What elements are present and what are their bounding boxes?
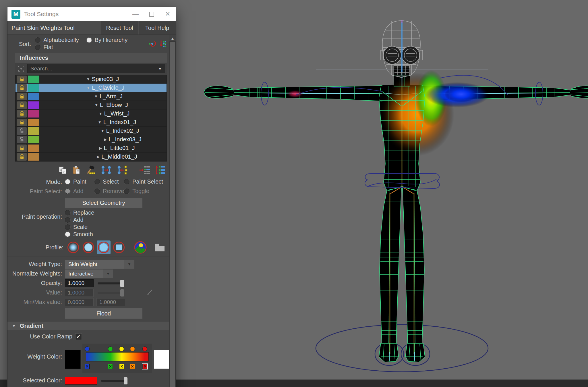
- radio-paint-select[interactable]: Paint Select: [124, 178, 163, 185]
- radio-button-icon[interactable]: [35, 45, 40, 50]
- influence-row-L_Clavicle_J[interactable]: ▼L_Clavicle_J: [16, 84, 167, 92]
- radio-select[interactable]: Select: [94, 178, 124, 185]
- ramp-stop-handle[interactable]: [119, 346, 124, 351]
- weight-type-dropdown[interactable]: Skin Weight: [65, 260, 124, 269]
- lock-closed-icon[interactable]: [17, 93, 27, 100]
- section-expand-icon[interactable]: ▼: [12, 324, 16, 328]
- search-input[interactable]: [30, 66, 158, 72]
- normalize-weights-dropdown-arrow-icon[interactable]: ▼: [103, 269, 113, 278]
- lock-closed-icon[interactable]: [17, 84, 27, 92]
- expand-arrow-icon[interactable]: ▼: [94, 103, 98, 107]
- influence-row-L_Arm_J[interactable]: ▼L_Arm_J: [16, 92, 167, 101]
- influence-row-L_Index01_J[interactable]: ▼L_Index01_J: [16, 118, 167, 126]
- radio-add[interactable]: Add: [65, 217, 126, 223]
- lock-closed-icon[interactable]: [17, 145, 27, 152]
- opacity-slider[interactable]: [98, 280, 124, 287]
- medium-brush-button[interactable]: [82, 240, 95, 254]
- expand-arrow-icon[interactable]: ▼: [86, 86, 90, 90]
- image-brush-button[interactable]: [134, 240, 147, 254]
- radio-replace[interactable]: Replace: [65, 209, 126, 216]
- vertical-scrollbar-thumb[interactable]: [170, 42, 175, 387]
- ramp-stop-delete-icon[interactable]: ✕: [108, 364, 113, 369]
- tool-help-button[interactable]: Tool Help: [138, 21, 176, 34]
- vertical-scrollbar[interactable]: ▲ ▼: [169, 35, 176, 387]
- selected-color-swatch[interactable]: [65, 377, 97, 385]
- minimize-button[interactable]: —: [127, 7, 144, 21]
- move-influence-weights-icon[interactable]: [117, 165, 129, 175]
- copy-influence-weights-icon[interactable]: [100, 165, 112, 175]
- ramp-stop-delete-icon[interactable]: ✕: [119, 364, 124, 369]
- radio-button-icon[interactable]: [65, 232, 70, 237]
- influence-row-L_Wrist_J[interactable]: ▼L_Wrist_J: [16, 109, 167, 118]
- influence-row-L_Little01_J[interactable]: ▶L_Little01_J: [16, 144, 167, 152]
- chevron-down-icon[interactable]: ▼: [158, 66, 162, 71]
- copy-weights-icon[interactable]: [58, 165, 67, 175]
- lock-closed-icon[interactable]: [17, 101, 27, 109]
- prune-weights-icon[interactable]: [86, 165, 96, 175]
- lock-closed-icon[interactable]: [17, 119, 27, 126]
- ramp-stop-handle[interactable]: [85, 346, 90, 351]
- hard-brush-button[interactable]: [97, 240, 111, 254]
- lock-open-icon[interactable]: [17, 127, 27, 135]
- influence-color-swatch[interactable]: [28, 110, 39, 118]
- influence-color-swatch[interactable]: [28, 84, 39, 92]
- radio-alphabetically[interactable]: Alphabetically: [35, 37, 79, 43]
- collapse-arrow-icon[interactable]: ▶: [104, 137, 107, 142]
- influence-color-swatch[interactable]: [28, 93, 39, 100]
- browse-folder-icon[interactable]: [153, 242, 166, 253]
- influence-row-L_Index03_J[interactable]: ▶L_Index03_J: [16, 135, 167, 144]
- influence-row-Spine03_J[interactable]: ▼Spine03_J: [16, 75, 167, 83]
- select-geometry-button[interactable]: Select Geometry: [65, 198, 142, 208]
- radio-button-icon[interactable]: [65, 179, 70, 184]
- scroll-up-icon[interactable]: ▲: [169, 35, 176, 41]
- expand-arrow-icon[interactable]: ▼: [94, 94, 98, 99]
- influence-color-swatch[interactable]: [28, 153, 39, 161]
- window-titlebar[interactable]: M Tool Settings — ✕: [7, 7, 176, 21]
- expand-arrow-icon[interactable]: ▼: [99, 111, 102, 116]
- radio-button-icon[interactable]: [94, 179, 100, 184]
- close-button[interactable]: ✕: [160, 7, 176, 21]
- radio-button-icon[interactable]: [86, 37, 92, 43]
- reset-tool-button[interactable]: Reset Tool: [100, 21, 138, 34]
- expand-arrow-icon[interactable]: ▼: [98, 120, 102, 124]
- soft-brush-button[interactable]: [66, 240, 80, 254]
- influence-color-swatch[interactable]: [28, 76, 39, 83]
- weight-type-dropdown-arrow-icon[interactable]: ▼: [124, 260, 134, 269]
- selected-color-slider[interactable]: [101, 377, 127, 384]
- show-selected-influence-icon[interactable]: [139, 165, 150, 175]
- influence-grid-icon[interactable]: [159, 40, 167, 48]
- influence-color-swatch[interactable]: [28, 127, 39, 135]
- radio-button-icon[interactable]: [65, 210, 70, 215]
- collapse-arrow-icon[interactable]: ▶: [99, 146, 102, 150]
- influence-color-swatch[interactable]: [28, 136, 39, 143]
- expand-arrow-icon[interactable]: ▼: [86, 77, 90, 81]
- square-brush-button[interactable]: [112, 240, 126, 254]
- color-ramp-bar[interactable]: [86, 352, 149, 361]
- radio-button-icon[interactable]: [65, 217, 70, 223]
- radio-smooth[interactable]: Smooth: [65, 231, 126, 238]
- influence-row-L_Index02_J[interactable]: ▼L_Index02_J: [16, 127, 167, 135]
- refresh-influences-icon[interactable]: [148, 40, 157, 48]
- radio-button-icon[interactable]: [35, 37, 40, 43]
- color-ramp-widget[interactable]: ✕✕✕✕✕: [82, 344, 152, 373]
- ramp-stop-delete-icon[interactable]: ✕: [85, 364, 90, 369]
- pick-influence-icon[interactable]: [17, 64, 26, 73]
- ramp-stop-handle[interactable]: [108, 346, 113, 351]
- normalize-weights-dropdown[interactable]: Interactive: [65, 269, 103, 278]
- paste-weights-icon[interactable]: [72, 165, 81, 175]
- radio-scale[interactable]: Scale: [65, 224, 126, 230]
- radio-paint[interactable]: Paint: [65, 178, 94, 185]
- ramp-stop-delete-icon[interactable]: ✕: [142, 364, 147, 369]
- radio-button-icon[interactable]: [124, 179, 129, 184]
- collapse-arrow-icon[interactable]: ▶: [97, 155, 100, 159]
- flood-button[interactable]: Flood: [65, 308, 142, 319]
- radio-button-icon[interactable]: [65, 224, 70, 230]
- radio-flat[interactable]: Flat: [35, 44, 53, 51]
- lock-closed-icon[interactable]: [17, 76, 27, 83]
- influence-search[interactable]: ▼: [27, 64, 165, 73]
- weight-color-max-swatch[interactable]: [154, 350, 170, 369]
- gradient-section-header[interactable]: ▼ Gradient: [7, 321, 169, 330]
- weight-color-min-swatch[interactable]: [65, 350, 81, 369]
- lock-closed-icon[interactable]: [17, 153, 27, 161]
- lock-closed-icon[interactable]: [17, 110, 27, 118]
